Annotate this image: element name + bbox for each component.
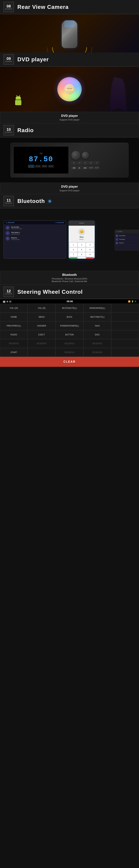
bt-main-row: 📞 Bluetooth ✓ Connected M My Number +861… (3, 220, 95, 259)
phone-btn-9[interactable]: 9 (86, 252, 94, 257)
android-body (15, 100, 21, 105)
swc-btn-reserve-2 (111, 313, 139, 321)
radio-btn-prev[interactable]: ◀◀ (72, 166, 76, 169)
swc-btn-start[interactable]: START (0, 348, 28, 357)
dj-girl-silhouette (108, 77, 129, 112)
bt-ss1-header: 📞 Contacts (115, 230, 139, 233)
sec10-title: Radio (18, 127, 34, 133)
car-top-view (56, 18, 83, 49)
swc-btn-disc[interactable]: DISC (84, 330, 111, 339)
bt-contact-avatar-3: R (5, 237, 10, 241)
dj-silhouette-shape (108, 77, 129, 112)
radio-unit: FM 87.50 87.50 87.90 88.00 88.90 AS AF T… (10, 143, 129, 178)
phone-btn-0[interactable]: 0 (78, 257, 86, 259)
swc-btn-back[interactable]: BACK (56, 313, 83, 321)
bt-screen-status: ✓ Connected (55, 222, 64, 223)
swc-btn-radio[interactable]: RADIO (0, 330, 28, 339)
swc-button-grid: VOL+(R) VOL-(R) MUTE/MUTE(L) MODE/MODE(L… (0, 304, 139, 357)
radio-btn-pty[interactable]: PTY (89, 161, 93, 164)
swc-btn-reserve-12: RESERVE (84, 348, 111, 357)
phone-btn-3[interactable]: 3 (86, 243, 94, 247)
bt-contact-list: M My Number +8613123387784 T Test Name 1… (4, 224, 66, 242)
sec12-number: 12 NUMBER (3, 287, 14, 297)
swc-btn-menu[interactable]: MENU (28, 313, 55, 321)
phone-btn-2[interactable]: 2 (78, 243, 86, 247)
swc-btn-home[interactable]: HOME (0, 313, 28, 321)
swc-btn-vol-r-minus[interactable]: VOL-(R) (28, 304, 55, 312)
bt-contact-info-1: My Number +8613123387784 (11, 226, 64, 229)
bt-contact-item-3: R Reserve 19021254265 (5, 236, 65, 241)
swc-btn-navi[interactable]: NAVI (84, 321, 111, 330)
sec08-number: 08 NUMBER (3, 2, 14, 12)
bt-ss1-dot2: T (115, 238, 118, 241)
phone-btn-8[interactable]: 8 (78, 252, 86, 257)
bt-ss1-dot1: M (115, 235, 118, 237)
phone-btn-4[interactable]: 4 (70, 248, 77, 252)
radio-btn-play[interactable]: ▶ (77, 166, 82, 169)
camera-arc-inner (47, 47, 92, 53)
sec10-description: DVD player Support DVD player (0, 183, 139, 194)
bt-caller-avatar: 😊 (78, 228, 85, 235)
sec12-header: 12 NUMBER Steering Wheel Control (0, 285, 139, 299)
dvd-disc-label: CD Title YOUR OWN TEXT (64, 84, 75, 94)
bt-screen-header: 📞 Bluetooth ✓ Connected (4, 221, 66, 224)
radio-btn-af[interactable]: AF (77, 161, 82, 164)
phone-btn-6[interactable]: 6 (86, 248, 94, 252)
preset-1[interactable]: 87.50 (28, 165, 34, 168)
bt-phone-header (68, 220, 95, 226)
radio-btn-pi[interactable]: PI (94, 161, 99, 164)
radio-btn-next[interactable]: ▶▶ (83, 166, 88, 169)
phone-btn-7[interactable]: 7 (70, 252, 77, 257)
sec09-number: 09 NUMBER (3, 54, 14, 65)
radio-button-row: AS AF TA PTY PI (72, 161, 126, 164)
swc-btn-power[interactable]: POWER/POWER(L) (56, 321, 83, 330)
swc-btn-eject[interactable]: EJECT (28, 330, 55, 339)
sec11-image: 📞 Bluetooth ✓ Connected M My Number +861… (0, 208, 139, 271)
bt-ss1-row1: M My Number (115, 234, 139, 238)
swc-btn-reserve-7: RESERVE (56, 339, 83, 348)
preset-3[interactable]: 88.00 (42, 165, 48, 168)
dvd-disc: CD Title YOUR OWN TEXT (57, 77, 82, 101)
battery-icon: 🔋 (131, 300, 134, 303)
clear-button[interactable]: CLEAR (0, 357, 139, 367)
sec09-description: DVD player Support DVD player (0, 112, 139, 123)
swc-btn-vol-r-plus[interactable]: VOL+(R) (0, 304, 28, 312)
radio-controls: AS AF TA PTY PI ◀◀ ▶ ▶▶ MODE MUTE (72, 151, 126, 169)
preset-4[interactable]: 88.90 (48, 165, 54, 168)
phone-btn-1[interactable]: 1 (70, 243, 77, 247)
swc-btn-mute[interactable]: MUTE/MUTE(L) (56, 304, 83, 312)
wifi-icon: 📶 (128, 300, 131, 303)
swc-btn-prev[interactable]: PREV/PREV(L) (0, 321, 28, 330)
radio-btn-ta[interactable]: TA (83, 161, 88, 164)
sec11-header: 11 NUMBER Bluetooth ⎈ (0, 194, 139, 208)
radio-presets: 87.50 87.90 88.00 88.90 (28, 165, 54, 168)
sec11-title: Bluetooth (18, 198, 45, 204)
radio-volume-knob[interactable] (82, 152, 89, 159)
swc-btn-reserve-5: RESERVE (0, 339, 28, 348)
phone-btn-accept[interactable]: ✓ (70, 257, 77, 259)
swc-btn-next[interactable]: NEXT/NEXT(L) (84, 313, 111, 321)
app-icon-2: 📷 (9, 300, 11, 303)
radio-tuning-knob[interactable] (72, 151, 80, 159)
swc-btn-mode[interactable]: MODE/MODE(L) (84, 304, 111, 312)
phone-btn-5[interactable]: 5 (78, 248, 86, 252)
car-body-shape (62, 20, 77, 48)
swc-clock: 08:06 (67, 300, 73, 303)
radio-btn-mute[interactable]: MUTE (94, 166, 99, 169)
android-mascot (14, 96, 23, 106)
preset-2[interactable]: 87.90 (35, 165, 41, 168)
section-radio: 10 NUMBER Radio FM 87.50 87.50 87.90 88.… (0, 123, 139, 194)
radio-knob-area (72, 151, 126, 159)
swc-btn-reserve-4 (111, 330, 139, 339)
bt-ss1-row3: R Reserve (115, 241, 139, 245)
swc-btn-reserve-10 (28, 348, 55, 357)
section-bluetooth: 11 NUMBER Bluetooth ⎈ 📞 Bluetooth ✓ Conn… (0, 194, 139, 285)
sec09-title: DVD player (18, 56, 49, 63)
phone-btn-reject[interactable]: ✕ (86, 257, 94, 259)
bluetooth-icon: ⎈ (48, 198, 51, 204)
radio-btn-mode[interactable]: MODE (89, 166, 93, 169)
sec09-image: CD Title YOUR OWN TEXT (0, 67, 139, 112)
swc-btn-button[interactable]: BUTTON (56, 330, 83, 339)
swc-btn-answer[interactable]: ANSWER (28, 321, 55, 330)
radio-btn-as[interactable]: AS (72, 161, 76, 164)
